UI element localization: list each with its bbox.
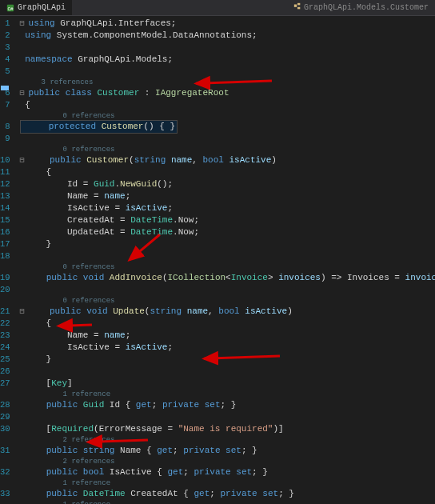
code-line[interactable]: ⊟ public void Update(string name, bool i…: [20, 306, 435, 318]
codelens-reference[interactable]: 1 reference: [20, 390, 435, 399]
line-number: 7: [0, 99, 10, 111]
code-line[interactable]: Name = name;: [20, 330, 435, 342]
code-line[interactable]: CreatedAt = DateTime.Now;: [20, 214, 435, 226]
line-number: 15: [0, 214, 10, 226]
line-number: 27: [0, 378, 10, 390]
line-number: 25: [0, 354, 10, 366]
line-number: 21: [0, 306, 10, 318]
code-line[interactable]: }: [20, 354, 435, 366]
line-number: 20: [0, 284, 10, 296]
line-number: 9: [0, 133, 10, 145]
code-line[interactable]: [20, 411, 435, 423]
line-number: 5: [0, 66, 10, 78]
code-content[interactable]: ⊟using GraphQLApi.Interfaces; using Syst…: [15, 16, 435, 504]
code-line[interactable]: [20, 366, 435, 378]
tab-bar: C# GraphQLApi GraphQLApi.Models.Customer: [0, 0, 435, 16]
line-number: 24: [0, 342, 10, 354]
codelens-reference[interactable]: 2 references: [20, 435, 435, 445]
line-number: 22: [0, 318, 10, 330]
line-number: 23: [0, 330, 10, 342]
line-number: 33: [0, 488, 10, 500]
line-number: 2: [0, 30, 10, 42]
line-number: 28: [0, 399, 10, 411]
codelens-reference[interactable]: 3 references: [20, 78, 435, 87]
codelens-reference[interactable]: 1 reference: [20, 478, 435, 488]
code-line[interactable]: Name = name;: [20, 190, 435, 202]
line-number: 4: [0, 54, 10, 66]
line-number: 18: [0, 250, 10, 262]
codelens-reference[interactable]: 0 references: [20, 262, 435, 272]
breadcrumb-text: GraphQLApi.Models.Customer: [304, 3, 429, 12]
line-number: 1: [0, 18, 10, 30]
code-line[interactable]: }: [20, 238, 435, 250]
code-line[interactable]: ⊟using GraphQLApi.Interfaces;: [20, 18, 435, 30]
line-number: 10: [0, 154, 10, 166]
codelens-reference[interactable]: 0 references: [20, 145, 435, 154]
svg-rect-2: [294, 5, 297, 7]
csharp-file-icon: C#: [6, 4, 14, 12]
line-number: 13: [0, 190, 10, 202]
code-line[interactable]: public Guid Id { get; private set; }: [20, 399, 435, 411]
code-line[interactable]: protected Customer() { }: [20, 121, 435, 133]
code-line[interactable]: {: [20, 318, 435, 330]
line-number: 29: [0, 411, 10, 423]
line-number: 19: [0, 272, 10, 284]
line-number: 8: [0, 121, 10, 133]
class-icon: [293, 2, 301, 13]
code-line[interactable]: Id = Guid.NewGuid();: [20, 178, 435, 190]
code-editor[interactable]: 1234567891011121314151617181920212223242…: [0, 16, 435, 504]
code-line[interactable]: UpdatedAt = DateTime.Now;: [20, 226, 435, 238]
line-number: 16: [0, 226, 10, 238]
line-number: 30: [0, 423, 10, 435]
breadcrumb[interactable]: GraphQLApi.Models.Customer: [293, 2, 429, 13]
code-line[interactable]: public void AddInvoice(ICollection<Invoi…: [20, 272, 435, 284]
code-line[interactable]: [20, 42, 435, 54]
svg-text:C#: C#: [8, 6, 14, 11]
code-line[interactable]: using System.ComponentModel.DataAnnotati…: [20, 30, 435, 42]
codelens-reference[interactable]: 2 references: [20, 457, 435, 466]
svg-rect-5: [1, 86, 5, 90]
codelens-reference[interactable]: 1 reference: [20, 500, 435, 504]
line-number: 31: [0, 445, 10, 457]
code-line[interactable]: ⊟public class Customer : IAggregateRoot: [20, 87, 435, 99]
line-number: 3: [0, 42, 10, 54]
line-number: 32: [0, 466, 10, 478]
code-line[interactable]: ⊟ public Customer(string name, bool isAc…: [20, 154, 435, 166]
bookmark-indicator-icon: [0, 83, 10, 93]
svg-rect-3: [297, 3, 300, 5]
code-line[interactable]: {: [20, 166, 435, 178]
code-line[interactable]: IsActive = isActive;: [20, 342, 435, 354]
line-number: 14: [0, 202, 10, 214]
svg-rect-6: [5, 86, 9, 90]
line-number: 11: [0, 166, 10, 178]
line-number: 26: [0, 366, 10, 378]
codelens-reference[interactable]: 0 references: [20, 296, 435, 306]
file-tab[interactable]: C# GraphQLApi: [0, 0, 72, 15]
line-number: 12: [0, 178, 10, 190]
code-line[interactable]: IsActive = isActive;: [20, 202, 435, 214]
tab-title: GraphQLApi: [18, 3, 66, 12]
svg-rect-4: [297, 7, 300, 9]
code-line[interactable]: namespace GraphQLApi.Models;: [20, 54, 435, 66]
line-number: 17: [0, 238, 10, 250]
